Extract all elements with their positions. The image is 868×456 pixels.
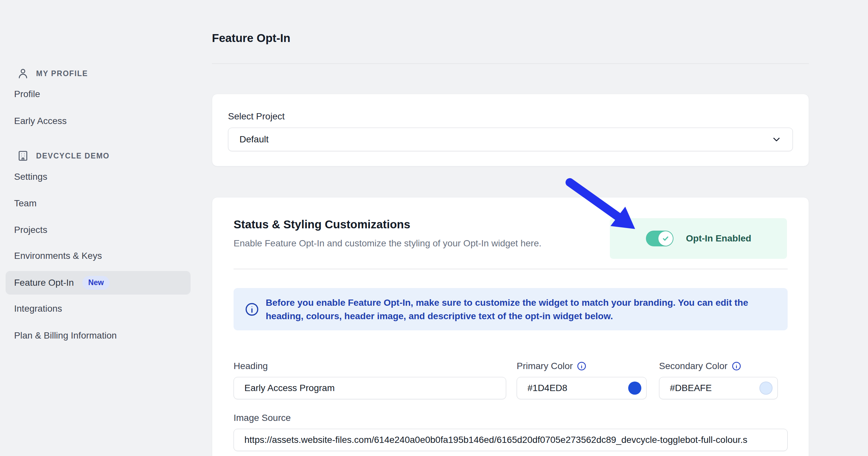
customizations-subtitle: Enable Feature Opt-In and customize the … <box>234 238 541 249</box>
section-divider <box>234 269 787 269</box>
image-source-field-group: Image Source <box>234 413 787 451</box>
sidebar-item-team[interactable]: Team <box>14 198 36 209</box>
opt-in-status-label: Opt-In Enabled <box>686 233 751 244</box>
primary-color-swatch <box>628 382 641 395</box>
page-title: Feature Opt-In <box>212 31 290 44</box>
sidebar-item-label: Feature Opt-In <box>14 277 74 288</box>
user-icon <box>17 68 29 80</box>
sidebar-item-profile[interactable]: Profile <box>14 89 40 99</box>
select-project-card: Select Project Default <box>212 94 809 166</box>
info-banner: Before you enable Feature Opt-In, make s… <box>234 288 787 330</box>
secondary-color-label: Secondary Color <box>659 361 778 372</box>
customizations-title: Status & Styling Customizations <box>234 218 410 231</box>
select-project-label: Select Project <box>228 111 285 122</box>
sidebar-item-feature-opt-in[interactable]: Feature Opt-In New <box>6 271 191 295</box>
secondary-color-info-icon[interactable] <box>732 361 741 371</box>
project-select-value: Default <box>240 134 269 145</box>
sidebar-section-label: MY PROFILE <box>36 69 88 78</box>
sidebar-item-integrations[interactable]: Integrations <box>14 303 62 314</box>
image-source-label: Image Source <box>234 413 787 424</box>
chevron-down-icon <box>772 134 781 144</box>
project-select[interactable]: Default <box>228 128 793 151</box>
opt-in-status-box: Opt-In Enabled <box>610 218 787 259</box>
opt-in-toggle[interactable] <box>646 231 674 246</box>
sidebar-section-label: DEVCYCLE DEMO <box>36 152 110 160</box>
sidebar-item-plan-billing[interactable]: Plan & Billing Information <box>14 330 117 341</box>
info-icon <box>245 302 259 316</box>
sidebar-item-projects[interactable]: Projects <box>14 225 47 235</box>
customizations-card: Status & Styling Customizations Enable F… <box>212 197 809 456</box>
primary-color-label: Primary Color <box>517 361 647 372</box>
sidebar-item-settings[interactable]: Settings <box>14 172 47 182</box>
primary-color-input-wrap <box>517 377 647 399</box>
primary-color-label-text: Primary Color <box>517 361 573 371</box>
heading-label: Heading <box>234 361 506 372</box>
primary-color-input[interactable] <box>517 377 647 399</box>
feature-opt-in-page: MY PROFILE Profile Early Access DEVCYCLE… <box>0 0 868 456</box>
secondary-color-field-group: Secondary Color <box>659 361 778 399</box>
secondary-color-label-text: Secondary Color <box>659 361 727 371</box>
info-banner-text: Before you enable Feature Opt-In, make s… <box>266 296 758 323</box>
check-icon <box>662 235 670 242</box>
sidebar-item-environments-keys[interactable]: Environments & Keys <box>14 251 102 261</box>
secondary-color-swatch <box>760 382 773 395</box>
building-icon <box>17 150 29 162</box>
primary-color-info-icon[interactable] <box>577 361 587 371</box>
image-source-label-text: Image Source <box>234 413 291 423</box>
heading-field-group: Heading <box>234 361 506 399</box>
sidebar-section-my-profile: MY PROFILE <box>17 68 88 80</box>
title-divider <box>212 63 809 64</box>
new-badge: New <box>82 276 110 290</box>
toggle-knob <box>658 231 673 246</box>
heading-label-text: Heading <box>234 361 268 371</box>
image-source-input[interactable] <box>234 429 787 451</box>
heading-input[interactable] <box>234 377 506 399</box>
primary-color-field-group: Primary Color <box>517 361 647 399</box>
secondary-color-input-wrap <box>659 377 778 399</box>
sidebar: MY PROFILE Profile Early Access DEVCYCLE… <box>0 0 207 456</box>
sidebar-item-early-access[interactable]: Early Access <box>14 116 67 126</box>
sidebar-section-devcycle-demo: DEVCYCLE DEMO <box>17 150 110 162</box>
